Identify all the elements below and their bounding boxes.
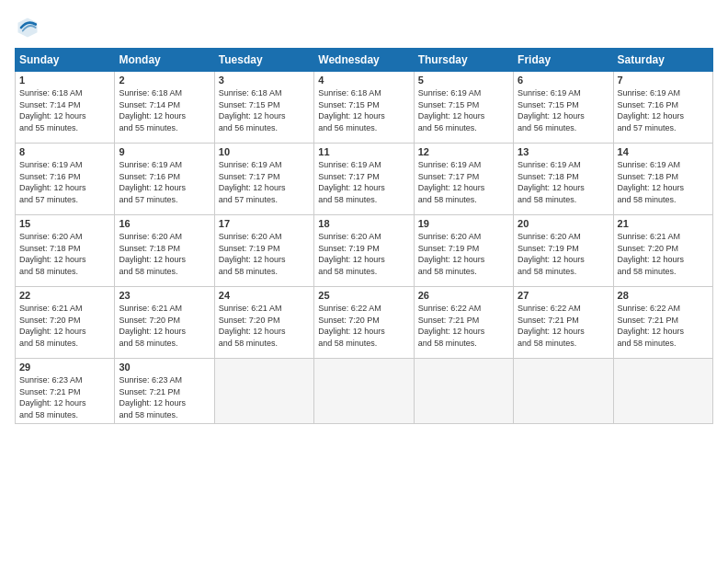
day-info: Sunrise: 6:19 AM Sunset: 7:15 PM Dayligh… — [418, 87, 509, 133]
day-info: Sunrise: 6:23 AM Sunset: 7:21 PM Dayligh… — [19, 374, 110, 420]
day-info: Sunrise: 6:19 AM Sunset: 7:16 PM Dayligh… — [19, 159, 110, 205]
day-number: 25 — [318, 290, 409, 301]
day-cell: 23Sunrise: 6:21 AM Sunset: 7:20 PM Dayli… — [115, 287, 214, 359]
day-number: 7 — [618, 75, 709, 86]
week-row-3: 15Sunrise: 6:20 AM Sunset: 7:18 PM Dayli… — [16, 215, 713, 287]
day-cell: 8Sunrise: 6:19 AM Sunset: 7:16 PM Daylig… — [16, 144, 115, 215]
day-number: 16 — [119, 218, 210, 229]
day-number: 14 — [618, 146, 709, 157]
day-cell: 3Sunrise: 6:18 AM Sunset: 7:15 PM Daylig… — [214, 72, 313, 144]
day-cell: 7Sunrise: 6:19 AM Sunset: 7:16 PM Daylig… — [613, 72, 712, 144]
day-number: 17 — [219, 218, 310, 229]
day-number: 26 — [418, 290, 509, 301]
day-info: Sunrise: 6:21 AM Sunset: 7:20 PM Dayligh… — [618, 231, 709, 277]
day-info: Sunrise: 6:20 AM Sunset: 7:19 PM Dayligh… — [318, 231, 409, 277]
day-number: 10 — [219, 146, 310, 157]
day-number: 28 — [618, 290, 709, 301]
day-number: 22 — [19, 290, 110, 301]
day-info: Sunrise: 6:18 AM Sunset: 7:14 PM Dayligh… — [119, 87, 210, 133]
day-cell: 9Sunrise: 6:19 AM Sunset: 7:16 PM Daylig… — [115, 144, 214, 215]
day-cell: 28Sunrise: 6:22 AM Sunset: 7:21 PM Dayli… — [613, 287, 712, 359]
weekday-header-row: SundayMondayTuesdayWednesdayThursdayFrid… — [16, 49, 713, 72]
day-cell: 2Sunrise: 6:18 AM Sunset: 7:14 PM Daylig… — [115, 72, 214, 144]
day-info: Sunrise: 6:22 AM Sunset: 7:20 PM Dayligh… — [318, 303, 409, 349]
day-cell — [613, 359, 712, 424]
day-cell — [414, 359, 513, 424]
week-row-2: 8Sunrise: 6:19 AM Sunset: 7:16 PM Daylig… — [16, 144, 713, 215]
day-number: 5 — [418, 75, 509, 86]
day-info: Sunrise: 6:20 AM Sunset: 7:19 PM Dayligh… — [518, 231, 609, 277]
day-info: Sunrise: 6:19 AM Sunset: 7:16 PM Dayligh… — [618, 87, 709, 133]
day-cell: 1Sunrise: 6:18 AM Sunset: 7:14 PM Daylig… — [16, 72, 115, 144]
day-cell: 18Sunrise: 6:20 AM Sunset: 7:19 PM Dayli… — [314, 215, 414, 287]
calendar-table: SundayMondayTuesdayWednesdayThursdayFrid… — [15, 48, 713, 424]
day-info: Sunrise: 6:19 AM Sunset: 7:15 PM Dayligh… — [518, 87, 609, 133]
day-cell — [514, 359, 613, 424]
day-info: Sunrise: 6:20 AM Sunset: 7:19 PM Dayligh… — [219, 231, 310, 277]
day-cell: 10Sunrise: 6:19 AM Sunset: 7:17 PM Dayli… — [214, 144, 313, 215]
day-cell: 6Sunrise: 6:19 AM Sunset: 7:15 PM Daylig… — [514, 72, 613, 144]
day-number: 15 — [19, 218, 110, 229]
day-number: 30 — [119, 362, 210, 373]
day-cell: 26Sunrise: 6:22 AM Sunset: 7:21 PM Dayli… — [414, 287, 513, 359]
day-number: 12 — [418, 146, 509, 157]
day-cell: 20Sunrise: 6:20 AM Sunset: 7:19 PM Dayli… — [514, 215, 613, 287]
weekday-wednesday: Wednesday — [314, 49, 414, 72]
weekday-saturday: Saturday — [613, 49, 712, 72]
day-info: Sunrise: 6:19 AM Sunset: 7:16 PM Dayligh… — [119, 159, 210, 205]
day-number: 8 — [19, 146, 110, 157]
logo-icon — [15, 15, 40, 40]
day-number: 13 — [518, 146, 609, 157]
day-info: Sunrise: 6:18 AM Sunset: 7:15 PM Dayligh… — [318, 87, 409, 133]
day-cell: 13Sunrise: 6:19 AM Sunset: 7:18 PM Dayli… — [514, 144, 613, 215]
day-cell: 14Sunrise: 6:19 AM Sunset: 7:18 PM Dayli… — [613, 144, 712, 215]
day-info: Sunrise: 6:22 AM Sunset: 7:21 PM Dayligh… — [618, 303, 709, 349]
day-cell — [314, 359, 414, 424]
day-cell: 22Sunrise: 6:21 AM Sunset: 7:20 PM Dayli… — [16, 287, 115, 359]
day-number: 19 — [418, 218, 509, 229]
day-cell: 5Sunrise: 6:19 AM Sunset: 7:15 PM Daylig… — [414, 72, 513, 144]
day-info: Sunrise: 6:18 AM Sunset: 7:15 PM Dayligh… — [219, 87, 310, 133]
day-number: 27 — [518, 290, 609, 301]
weekday-friday: Friday — [514, 49, 613, 72]
week-row-1: 1Sunrise: 6:18 AM Sunset: 7:14 PM Daylig… — [16, 72, 713, 144]
day-number: 11 — [318, 146, 409, 157]
logo — [15, 15, 44, 40]
day-number: 23 — [119, 290, 210, 301]
day-number: 2 — [119, 75, 210, 86]
day-cell: 29Sunrise: 6:23 AM Sunset: 7:21 PM Dayli… — [16, 359, 115, 424]
day-number: 20 — [518, 218, 609, 229]
day-info: Sunrise: 6:21 AM Sunset: 7:20 PM Dayligh… — [119, 303, 210, 349]
day-info: Sunrise: 6:19 AM Sunset: 7:17 PM Dayligh… — [418, 159, 509, 205]
day-cell: 12Sunrise: 6:19 AM Sunset: 7:17 PM Dayli… — [414, 144, 513, 215]
day-info: Sunrise: 6:23 AM Sunset: 7:21 PM Dayligh… — [119, 374, 210, 420]
day-cell: 30Sunrise: 6:23 AM Sunset: 7:21 PM Dayli… — [115, 359, 214, 424]
day-cell: 27Sunrise: 6:22 AM Sunset: 7:21 PM Dayli… — [514, 287, 613, 359]
day-cell: 25Sunrise: 6:22 AM Sunset: 7:20 PM Dayli… — [314, 287, 414, 359]
day-number: 29 — [19, 362, 110, 373]
weekday-monday: Monday — [115, 49, 214, 72]
day-cell: 24Sunrise: 6:21 AM Sunset: 7:20 PM Dayli… — [214, 287, 313, 359]
day-number: 1 — [19, 75, 110, 86]
day-cell: 19Sunrise: 6:20 AM Sunset: 7:19 PM Dayli… — [414, 215, 513, 287]
day-info: Sunrise: 6:19 AM Sunset: 7:18 PM Dayligh… — [518, 159, 609, 205]
day-number: 4 — [318, 75, 409, 86]
weekday-sunday: Sunday — [16, 49, 115, 72]
day-number: 24 — [219, 290, 310, 301]
day-info: Sunrise: 6:22 AM Sunset: 7:21 PM Dayligh… — [518, 303, 609, 349]
weekday-thursday: Thursday — [414, 49, 513, 72]
day-info: Sunrise: 6:20 AM Sunset: 7:19 PM Dayligh… — [418, 231, 509, 277]
day-cell: 15Sunrise: 6:20 AM Sunset: 7:18 PM Dayli… — [16, 215, 115, 287]
day-info: Sunrise: 6:19 AM Sunset: 7:17 PM Dayligh… — [219, 159, 310, 205]
day-number: 6 — [518, 75, 609, 86]
day-info: Sunrise: 6:18 AM Sunset: 7:14 PM Dayligh… — [19, 87, 110, 133]
day-info: Sunrise: 6:22 AM Sunset: 7:21 PM Dayligh… — [418, 303, 509, 349]
week-row-4: 22Sunrise: 6:21 AM Sunset: 7:20 PM Dayli… — [16, 287, 713, 359]
day-info: Sunrise: 6:19 AM Sunset: 7:17 PM Dayligh… — [318, 159, 409, 205]
weekday-tuesday: Tuesday — [214, 49, 313, 72]
day-info: Sunrise: 6:20 AM Sunset: 7:18 PM Dayligh… — [19, 231, 110, 277]
day-cell: 17Sunrise: 6:20 AM Sunset: 7:19 PM Dayli… — [214, 215, 313, 287]
day-number: 21 — [618, 218, 709, 229]
day-number: 9 — [119, 146, 210, 157]
day-info: Sunrise: 6:21 AM Sunset: 7:20 PM Dayligh… — [19, 303, 110, 349]
